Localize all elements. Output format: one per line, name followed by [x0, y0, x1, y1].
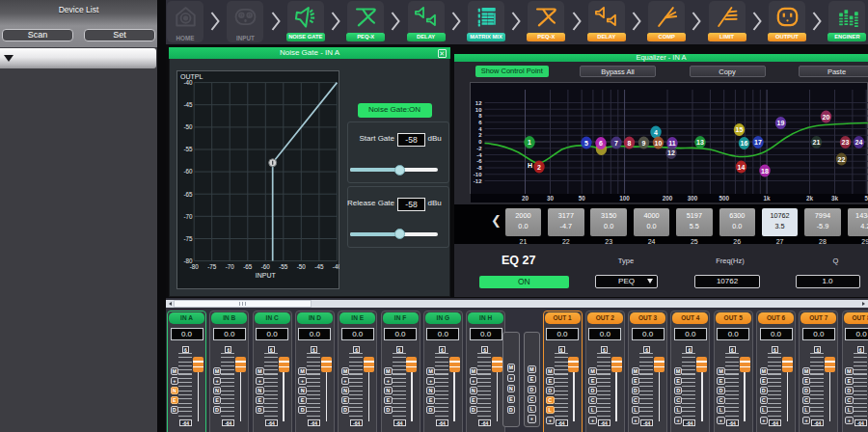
- svg-text:12: 12: [475, 100, 481, 106]
- svg-text:-60: -60: [183, 168, 193, 175]
- svg-text:17: 17: [754, 139, 762, 146]
- svg-text:6: 6: [599, 140, 603, 147]
- svg-text:21: 21: [812, 139, 820, 146]
- svg-text:200: 200: [662, 195, 672, 202]
- svg-text:-2: -2: [476, 146, 482, 151]
- svg-text:18: 18: [761, 168, 769, 175]
- svg-text:15: 15: [735, 126, 743, 133]
- svg-text:8: 8: [627, 140, 631, 147]
- svg-text:500: 500: [719, 195, 729, 202]
- svg-text:23: 23: [841, 139, 849, 146]
- svg-text:300: 300: [687, 195, 697, 202]
- svg-text:-10: -10: [473, 172, 481, 177]
- svg-text:3k: 3k: [830, 195, 838, 202]
- svg-text:19: 19: [776, 120, 784, 126]
- svg-text:22: 22: [837, 156, 845, 163]
- svg-text:9: 9: [641, 140, 645, 147]
- svg-text:100: 100: [619, 195, 630, 202]
- svg-text:-40: -40: [183, 79, 193, 86]
- svg-text:-40: -40: [333, 263, 339, 270]
- svg-text:-65: -65: [243, 263, 253, 270]
- svg-text:6: 6: [478, 120, 482, 125]
- svg-text:2k: 2k: [805, 195, 813, 202]
- svg-text:-45: -45: [314, 263, 324, 270]
- svg-text:20: 20: [521, 195, 529, 202]
- svg-text:-55: -55: [279, 263, 288, 270]
- svg-text:14: 14: [737, 164, 745, 171]
- svg-text:16: 16: [740, 140, 747, 147]
- svg-text:1: 1: [528, 139, 531, 146]
- svg-text:-50: -50: [183, 123, 193, 130]
- svg-text:-45: -45: [183, 101, 193, 108]
- svg-text:-6: -6: [476, 158, 482, 164]
- svg-text:-75: -75: [183, 235, 193, 242]
- svg-text:-80: -80: [183, 257, 193, 264]
- svg-text:20: 20: [822, 114, 829, 121]
- svg-text:-65: -65: [183, 191, 193, 198]
- svg-text:-12: -12: [473, 178, 481, 184]
- svg-text:8: 8: [478, 113, 482, 119]
- svg-text:-70: -70: [183, 213, 193, 220]
- svg-text:50: 50: [578, 195, 585, 202]
- svg-text:24: 24: [854, 139, 862, 146]
- svg-text:-50: -50: [297, 263, 307, 270]
- svg-text:-60: -60: [261, 263, 271, 270]
- svg-text:-55: -55: [183, 146, 193, 152]
- svg-text:4: 4: [478, 126, 482, 132]
- svg-text:0: 0: [478, 139, 482, 145]
- svg-text:10: 10: [475, 107, 481, 113]
- svg-text:-4: -4: [476, 152, 482, 158]
- svg-text:-70: -70: [226, 263, 235, 270]
- svg-text:5: 5: [864, 195, 868, 202]
- svg-text:5: 5: [584, 140, 588, 147]
- svg-text:10: 10: [654, 140, 662, 147]
- svg-text:-75: -75: [207, 263, 217, 270]
- svg-text:2: 2: [478, 132, 482, 138]
- svg-text:4: 4: [654, 129, 658, 136]
- svg-text:-8: -8: [476, 165, 482, 171]
- svg-text:11: 11: [668, 140, 676, 147]
- svg-text:12: 12: [667, 149, 675, 156]
- svg-text:1k: 1k: [763, 195, 771, 202]
- svg-text:2: 2: [537, 164, 541, 171]
- svg-text:13: 13: [696, 139, 704, 146]
- svg-text:H: H: [527, 162, 531, 169]
- svg-text:INPUT: INPUT: [256, 272, 277, 279]
- svg-text:30: 30: [546, 195, 554, 202]
- svg-text:7: 7: [614, 140, 618, 147]
